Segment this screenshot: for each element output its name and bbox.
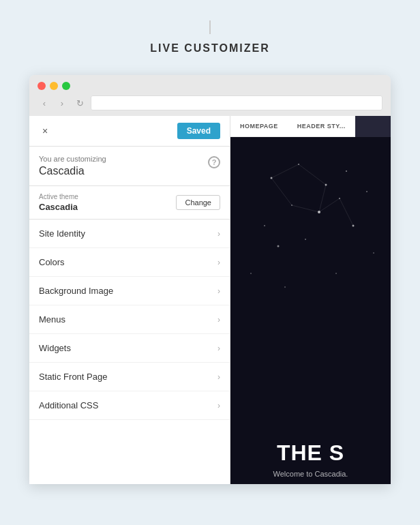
preview-nav-header-style[interactable]: HEADER STY... xyxy=(288,116,355,137)
saved-button[interactable]: Saved xyxy=(177,123,220,139)
top-divider xyxy=(209,20,211,34)
customizing-info: You are customizing Cascadia xyxy=(39,155,106,177)
chevron-icon-site-identity: › xyxy=(217,229,220,239)
menu-item-colors[interactable]: Colors› xyxy=(29,248,230,277)
menu-item-additional-css[interactable]: Additional CSS› xyxy=(29,391,230,420)
preview-text-block: THE S Welcome to Cascadia. xyxy=(260,427,362,484)
menu-item-label-static-front-page: Static Front Page xyxy=(39,372,107,382)
browser-chrome: ‹ › ↻ xyxy=(29,75,391,116)
chevron-icon-menus: › xyxy=(217,315,220,325)
chevron-icon-background-image: › xyxy=(217,286,220,296)
forward-button[interactable]: › xyxy=(55,96,69,110)
chevron-icon-additional-css: › xyxy=(217,401,220,410)
active-theme-label: Active theme xyxy=(39,193,78,200)
browser-window: ‹ › ↻ × Saved You are customizing Cascad… xyxy=(29,75,391,484)
svg-point-20 xyxy=(250,273,252,274)
browser-dots xyxy=(38,82,382,90)
constellation-svg xyxy=(230,137,391,410)
address-bar[interactable] xyxy=(91,95,382,110)
chevron-icon-static-front-page: › xyxy=(217,372,220,382)
site-preview: HOMEPAGE HEADER STY... xyxy=(230,116,391,484)
menu-item-menus[interactable]: Menus› xyxy=(29,305,230,334)
close-button[interactable]: × xyxy=(39,125,51,137)
menu-item-label-colors: Colors xyxy=(39,257,65,267)
svg-point-23 xyxy=(284,286,286,288)
menu-list: Site Identity›Colors›Background Image›Me… xyxy=(29,220,230,484)
chevron-icon-colors: › xyxy=(217,258,220,267)
dot-yellow[interactable] xyxy=(50,82,58,90)
back-button[interactable]: ‹ xyxy=(38,96,51,110)
page-header: LIVE CUSTOMIZER xyxy=(0,0,420,68)
menu-item-static-front-page[interactable]: Static Front Page› xyxy=(29,363,230,391)
svg-point-22 xyxy=(335,273,337,274)
page-title: LIVE CUSTOMIZER xyxy=(150,42,270,55)
menu-item-label-additional-css: Additional CSS xyxy=(39,400,98,410)
svg-point-12 xyxy=(346,170,347,172)
svg-point-21 xyxy=(373,252,374,254)
active-theme-section: Active theme Cascadia Change xyxy=(29,186,230,220)
customizing-section: You are customizing Cascadia ? xyxy=(29,147,230,186)
dot-green[interactable] xyxy=(62,82,70,90)
customizing-label: You are customizing xyxy=(39,155,106,163)
active-theme-info: Active theme Cascadia xyxy=(39,193,78,212)
svg-point-9 xyxy=(278,245,280,247)
menu-item-label-site-identity: Site Identity xyxy=(39,228,85,239)
help-icon[interactable]: ? xyxy=(208,156,220,168)
customizer-panel: × Saved You are customizing Cascadia ? A… xyxy=(29,116,230,484)
chevron-icon-widgets: › xyxy=(217,344,220,353)
preview-sub-text: Welcome to Cascadia. xyxy=(273,470,348,478)
refresh-button[interactable]: ↻ xyxy=(73,96,87,110)
customizer-header: × Saved xyxy=(29,116,230,147)
preview-nav-homepage[interactable]: HOMEPAGE xyxy=(230,116,288,137)
menu-item-label-background-image: Background Image xyxy=(39,286,113,296)
svg-point-10 xyxy=(305,239,306,240)
menu-item-site-identity[interactable]: Site Identity› xyxy=(29,220,230,248)
menu-item-background-image[interactable]: Background Image› xyxy=(29,277,230,305)
preview-nav: HOMEPAGE HEADER STY... xyxy=(230,116,391,137)
svg-rect-0 xyxy=(230,137,391,410)
svg-point-11 xyxy=(366,191,368,192)
change-theme-button[interactable]: Change xyxy=(176,195,220,210)
preview-content: THE S Welcome to Cascadia. xyxy=(230,137,391,484)
menu-item-widgets[interactable]: Widgets› xyxy=(29,334,230,363)
browser-nav: ‹ › ↻ xyxy=(38,95,382,116)
preview-big-text: THE S xyxy=(273,440,348,466)
svg-point-8 xyxy=(264,225,265,226)
current-theme-name: Cascadia xyxy=(39,165,106,177)
menu-item-label-widgets: Widgets xyxy=(39,343,71,353)
browser-body: × Saved You are customizing Cascadia ? A… xyxy=(29,116,391,484)
menu-item-label-menus: Menus xyxy=(39,314,65,325)
dot-red[interactable] xyxy=(38,82,46,90)
active-theme-name: Cascadia xyxy=(39,202,78,212)
